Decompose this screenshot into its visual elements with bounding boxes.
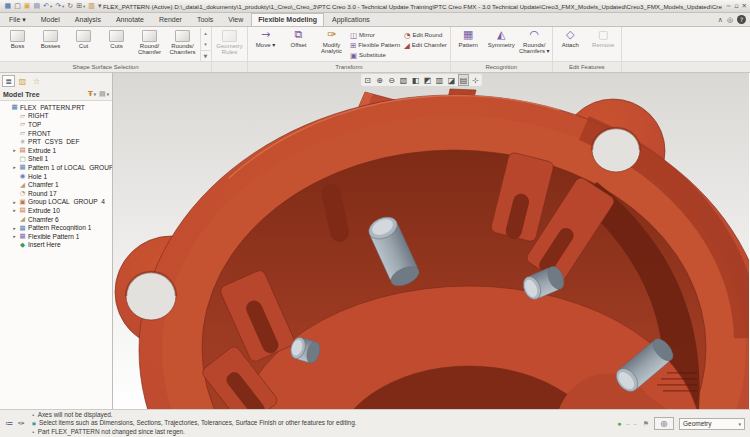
bosses-button[interactable]: Bosses xyxy=(34,28,67,61)
customize-caret-icon[interactable]: ▾ xyxy=(98,1,102,12)
tab-applications[interactable]: Applications xyxy=(325,13,377,26)
collapse-ribbon-icon[interactable]: ∧ xyxy=(718,16,723,24)
tree-item-chamfer-1[interactable]: ◢Chamfer 1 xyxy=(0,180,112,189)
dropdown-caret-icon[interactable]: ▾ xyxy=(62,4,64,9)
spin-center-icon[interactable]: ⊹ xyxy=(470,74,481,86)
redo-icon[interactable]: ↷▾ xyxy=(55,1,64,12)
model-tree-tab[interactable]: ≣ xyxy=(2,75,15,87)
tree-item-flex-pattern-prt[interactable]: ▦FLEX_PATTERN.PRT xyxy=(0,103,112,112)
notification-flag-icon[interactable]: ⚑ xyxy=(643,420,649,428)
message-log-icon[interactable]: ≔ xyxy=(5,419,13,428)
undo-icon[interactable]: ↶▾ xyxy=(43,1,52,12)
open-file-icon[interactable]: ▣ xyxy=(24,1,31,12)
edit-round-button[interactable]: ◔Edit Round xyxy=(404,30,447,40)
expand-arrow-icon[interactable]: ▸ xyxy=(11,233,18,239)
tree-item-pattern-1-of-local-group[interactable]: ▸▦Pattern 1 of LOCAL_GROUP xyxy=(0,163,112,172)
close-button[interactable]: ✕ xyxy=(742,2,747,10)
tree-item-round-17[interactable]: ◔Round 17 xyxy=(0,189,112,198)
expand-arrow-icon[interactable]: ▸ xyxy=(11,207,18,213)
help-icon[interactable]: ? xyxy=(737,15,746,24)
tree-item-extrude-10[interactable]: ▸▤Extrude 10 xyxy=(0,206,112,215)
round-chamfer-button[interactable]: Round/ Chamfer xyxy=(133,28,166,61)
view-manager-icon[interactable]: ▥ xyxy=(434,74,445,86)
datum-display-icon[interactable]: ◪ xyxy=(446,74,457,86)
favorites-tab[interactable]: ☆ xyxy=(30,75,43,87)
tree-item-flexible-pattern-1[interactable]: ▸▦Flexible Pattern 1 xyxy=(0,232,112,241)
tree-filter-icon[interactable]: Ŧ xyxy=(88,90,93,98)
symmetry-button[interactable]: ◭Symmetry xyxy=(485,28,518,61)
gallery-down-icon[interactable]: ▾ xyxy=(201,39,210,50)
tab-render[interactable]: Render xyxy=(152,13,189,26)
expand-arrow-icon[interactable]: ▸ xyxy=(11,199,18,205)
gallery-scrollbar[interactable]: ▴▾▼ xyxy=(200,28,210,61)
dropdown-caret-icon[interactable]: ▾ xyxy=(50,4,52,9)
rounds-chamfers-button[interactable]: ◠Rounds/ Chamfers ▾ xyxy=(518,28,551,61)
tab-file[interactable]: File ▾ xyxy=(2,13,33,26)
folder-browser-tab[interactable]: ▨ xyxy=(16,75,29,87)
tab-view[interactable]: View xyxy=(221,13,250,26)
expand-arrow-icon[interactable]: ▸ xyxy=(11,225,18,231)
tab-annotate[interactable]: Annotate xyxy=(109,13,151,26)
tree-item-right[interactable]: ▱RIGHT xyxy=(0,112,112,121)
minimize-button[interactable]: − xyxy=(726,2,731,10)
dropdown-caret-icon[interactable]: ▾ xyxy=(94,92,96,97)
attach-button[interactable]: ◇Attach xyxy=(554,28,587,61)
tree-settings-icon[interactable]: ▤ xyxy=(99,90,106,98)
refit-icon[interactable]: ⊡ xyxy=(362,74,373,86)
tab-tools[interactable]: Tools xyxy=(190,13,220,26)
saved-orientations-icon[interactable]: ◩ xyxy=(422,74,433,86)
dropdown-caret-icon[interactable]: ▾ xyxy=(83,4,85,9)
tree-item-group-local-group-4[interactable]: ▸▣Group LOCAL_GROUP_4 xyxy=(0,198,112,207)
mirror-button[interactable]: ◫Mirror xyxy=(350,30,400,40)
tree-item-extrude-1[interactable]: ▸▤Extrude 1 xyxy=(0,146,112,155)
tree-item-prt-csys-def[interactable]: ✳PRT_CSYS_DEF xyxy=(0,137,112,146)
boss-button[interactable]: Boss xyxy=(1,28,34,61)
new-file-icon[interactable]: ▢ xyxy=(14,1,21,12)
modify-analytic-button[interactable]: ✑Modify Analytic xyxy=(315,28,348,61)
display-style-icon[interactable]: ◧ xyxy=(410,74,421,86)
3d-model-viewport[interactable] xyxy=(113,73,749,409)
tree-item-insert-here[interactable]: ◆Insert Here xyxy=(0,241,112,250)
tab-analysis[interactable]: Analysis xyxy=(68,13,108,26)
restore-button[interactable]: ▫ xyxy=(734,2,738,10)
tab-model[interactable]: Model xyxy=(34,13,67,26)
graphics-area[interactable]: ⊡⊕⊖▧◧◩▥◪▤⊹ xyxy=(113,73,750,409)
tree-item-hole-1[interactable]: ◉Hole 1 xyxy=(0,172,112,181)
window-switch-icon[interactable]: ⊞▾ xyxy=(76,1,85,12)
smart-selection-icon[interactable]: ✑ xyxy=(18,419,25,428)
cuts-button[interactable]: Cuts xyxy=(100,28,133,61)
expand-arrow-icon[interactable]: ▸ xyxy=(11,164,18,170)
zoom-out-icon[interactable]: ⊖ xyxy=(386,74,397,86)
zoom-in-icon[interactable]: ⊕ xyxy=(374,74,385,86)
move-button[interactable]: →Move ▾ xyxy=(249,28,282,61)
command-search-icon[interactable]: ◎ xyxy=(727,16,733,24)
save-icon[interactable]: ▤ xyxy=(33,1,40,12)
annotation-display-icon[interactable]: ▤ xyxy=(458,74,469,86)
screen-icon[interactable]: ▥ xyxy=(88,1,95,12)
remove-button[interactable]: ▢Remove xyxy=(587,28,620,61)
expand-arrow-icon[interactable]: ▸ xyxy=(11,147,18,153)
geometry-rules-button[interactable]: Geometry Rules xyxy=(213,28,246,61)
tab-flexible-modeling[interactable]: Flexible Modeling xyxy=(251,13,324,26)
front-icon: ▱ xyxy=(18,129,27,137)
tree-item-front[interactable]: ▱FRONT xyxy=(0,129,112,138)
substitute-button[interactable]: ▣Substitute xyxy=(350,50,400,60)
cut-button[interactable]: Cut xyxy=(67,28,100,61)
repaint-icon[interactable]: ▧ xyxy=(398,74,409,86)
tree-item-pattern-recognition-1[interactable]: ▸▦Pattern Recognition 1 xyxy=(0,223,112,232)
selection-filter-dropdown[interactable]: Geometry ▾ xyxy=(679,418,745,430)
tree-item-shell-1[interactable]: ▢Shell 1 xyxy=(0,155,112,164)
rounds-chamfers-button[interactable]: Rounds/ Chamfers xyxy=(166,28,199,61)
gallery-up-icon[interactable]: ▴ xyxy=(201,28,210,39)
dropdown-caret-icon[interactable]: ▾ xyxy=(107,92,109,97)
tree-item-chamfer-6[interactable]: ◢Chamfer 6 xyxy=(0,215,112,224)
tree-item-top[interactable]: ▱TOP xyxy=(0,120,112,129)
status-message: ◉Select items such as Dimensions, Sectio… xyxy=(32,419,609,427)
edit-chamfer-button[interactable]: ◢Edit Chamfer xyxy=(404,40,447,50)
find-button[interactable]: ◎ xyxy=(654,417,674,430)
regenerate-icon[interactable]: ↻ xyxy=(67,1,73,12)
offset-button[interactable]: ⧉Offset xyxy=(282,28,315,61)
pattern-button[interactable]: ▦Pattern xyxy=(452,28,485,61)
window-icon[interactable]: ▦ xyxy=(5,1,12,12)
flexible-pattern-button[interactable]: ⊞Flexible Pattern xyxy=(350,40,400,50)
